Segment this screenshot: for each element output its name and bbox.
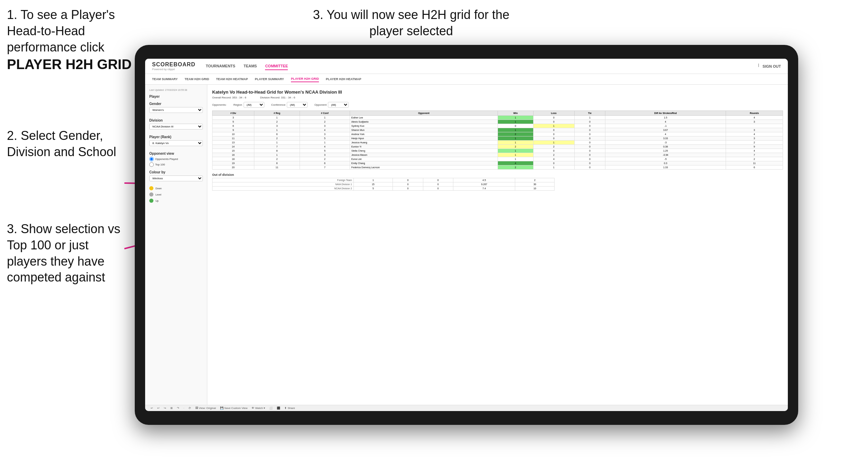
nav-item-tournaments[interactable]: TOURNAMENTS <box>206 63 235 70</box>
grid-filters: Opponents: Region (All) Conference (All) <box>212 102 783 108</box>
overall-record: Overall Record: 353 - 34 - 6 <box>212 96 246 99</box>
colour-label-down: Down <box>155 187 162 190</box>
colour-level: Level <box>149 192 203 197</box>
region-select[interactable]: (All) <box>244 102 264 108</box>
sidebar-player-rank-label: Player (Rank) <box>149 135 203 139</box>
colour-dot-up <box>149 199 153 203</box>
table-row: 5 2 2 Alexis Sudjianto 1 0 0 4 3 <box>213 120 783 124</box>
col-rounds: Rounds <box>726 111 783 116</box>
toolbar-share[interactable]: ⬆ Share <box>284 407 295 410</box>
radio-top100[interactable]: Top 100 <box>149 162 203 167</box>
sidebar-division-label: Division <box>149 118 203 122</box>
col-conf: # Conf <box>300 111 350 116</box>
sub-nav-player-h2h-heatmap[interactable]: PLAYER H2H HEATMAP <box>326 76 361 82</box>
table-row: 9 1 4 Sharon Mun 1 0 0 3.67 3 <box>213 128 783 132</box>
filter-opponents-label: Opponents: <box>212 103 226 106</box>
col-win: Win <box>498 111 533 116</box>
table-row: 20 11 7 Federica Domecq Lacroze 2 1 0 1.… <box>213 165 783 170</box>
logo-text: SCOREBOARD <box>152 61 196 68</box>
out-of-division-row: NCAA Division 2 5 0 0 7.4 10 <box>213 187 555 191</box>
nav-item-teams[interactable]: TEAMS <box>244 63 257 70</box>
col-div: # Div <box>213 111 254 116</box>
main-content: Last Updated: 27/03/2024 16:55:38 Player… <box>145 85 788 405</box>
tablet: SCOREBOARD Powered by clippd TOURNAMENTS… <box>135 45 798 425</box>
instruction-mid-left: 2. Select Gender, Division and School <box>7 128 124 160</box>
nav-right: | Sign out <box>758 63 781 70</box>
table-row: 10 6 3 Andrea York 2 0 0 4 4 <box>213 132 783 136</box>
sign-out-button[interactable]: Sign out <box>763 63 781 70</box>
sidebar-colour-label: Colour by <box>149 170 203 174</box>
h2h-table: # Div # Reg # Conf Opponent Win Loss Tie… <box>212 111 783 170</box>
table-row: 15 8 5 Stella Cheng 1 0 0 1.25 4 <box>213 149 783 153</box>
table-row: 18 2 2 Euna Lee 1 4 0 -5 2 <box>213 157 783 161</box>
sidebar-player-rank-select[interactable]: 8. Katelyn Vo <box>149 140 203 146</box>
colour-dot-down <box>149 186 153 190</box>
col-diff: Diff Av Strokes/Rnd <box>605 111 726 116</box>
col-loss: Loss <box>533 111 574 116</box>
logo-sub: Powered by clippd <box>152 68 196 71</box>
colour-label-up: Up <box>155 200 159 202</box>
instruction-top-left: 1. To see a Player's Head-to-Head perfor… <box>7 7 138 73</box>
colour-legend: Down Level Up <box>149 186 203 203</box>
grid-area: Katelyn Vo Head-to-Head Grid for Women's… <box>207 85 788 405</box>
sidebar-player-label: Player <box>149 95 203 98</box>
toolbar-save-custom-view[interactable]: 💾 Save Custom View <box>220 407 248 410</box>
sub-nav-team-h2h-grid[interactable]: TEAM H2H GRID <box>185 76 209 82</box>
table-row: 14 7 4 Eunice Yi 2 2 0 0.38 9 <box>213 145 783 149</box>
col-reg: # Reg <box>254 111 300 116</box>
filter-conference: Conference (All) <box>271 102 308 108</box>
colour-down: Down <box>149 186 203 190</box>
sidebar-colour-select[interactable]: Win/loss <box>149 175 203 181</box>
sidebar-timestamp: Last Updated: 27/03/2024 16:55:38 <box>149 89 203 91</box>
nav-bar: SCOREBOARD Powered by clippd TOURNAMENTS… <box>145 59 788 74</box>
radio-opponents-played[interactable]: Opponents Played <box>149 157 203 161</box>
toolbar-clock[interactable]: ⏱ <box>188 407 191 410</box>
division-record: Division Record: 331 - 34 - 6 <box>260 96 295 99</box>
filter-opponent: Opponent (All) <box>314 102 349 108</box>
colour-label-level: Level <box>155 193 161 196</box>
toolbar-redo[interactable]: ↪ <box>164 407 166 410</box>
instruction-bottom-left: 3. Show selection vs Top 100 or just pla… <box>7 221 124 286</box>
sub-nav: TEAM SUMMARY TEAM H2H GRID TEAM H2H HEAT… <box>145 74 788 85</box>
out-of-division-row: Foreign Team 1 0 0 4.5 2 <box>213 178 555 182</box>
toolbar-view-original[interactable]: 🖼 View: Original <box>195 407 216 410</box>
toolbar-watch[interactable]: 👁 Watch ▾ <box>252 407 265 410</box>
table-row: 6 3 3 Sydney Kuo 0 1 0 -1 <box>213 124 783 128</box>
colour-dot-level <box>149 192 153 197</box>
out-of-division-table: Foreign Team 1 0 0 4.5 2 NAIA Division 1… <box>212 178 555 191</box>
toolbar-box1[interactable]: ⬜ <box>269 407 273 410</box>
toolbar-grid[interactable]: ⊞ <box>170 407 173 410</box>
sub-nav-player-h2h-grid[interactable]: PLAYER H2H GRID <box>291 76 319 82</box>
instruction-top-right: 3. You will now see H2H grid for the pla… <box>311 7 511 39</box>
logo-area: SCOREBOARD Powered by clippd <box>152 61 196 71</box>
sidebar-gender-select[interactable]: Women's Men's <box>149 107 203 113</box>
toolbar-undo[interactable]: ↩ <box>151 407 153 410</box>
sidebar: Last Updated: 27/03/2024 16:55:38 Player… <box>145 85 207 405</box>
sidebar-division-select[interactable]: NCAA Division III NCAA Division I NCAA D… <box>149 124 203 130</box>
grid-title: Katelyn Vo Head-to-Head Grid for Women's… <box>212 89 783 95</box>
sidebar-radio-group: Opponents Played Top 100 <box>149 157 203 167</box>
out-of-division-row: NAIA Division 1 15 0 0 9.267 30 <box>213 182 555 187</box>
table-row: 3 1 1 Esther Lee 1 0 1 1.5 4 <box>213 116 783 120</box>
table-row: 19 6 6 Emily Chang 4 0 0 0.3 11 <box>213 161 783 165</box>
sidebar-opponent-view-label: Opponent view <box>149 152 203 155</box>
sub-nav-player-summary[interactable]: PLAYER SUMMARY <box>255 76 284 82</box>
bottom-toolbar: ↩ ↩ ↪ ⊞ ↷ · ⏱ 🖼 View: Original 💾 Save Cu… <box>145 405 788 411</box>
sub-nav-team-summary[interactable]: TEAM SUMMARY <box>152 76 178 82</box>
col-tie: Tie <box>574 111 605 116</box>
conference-select[interactable]: (All) <box>287 102 308 108</box>
toolbar-refresh[interactable]: ↷ <box>177 407 179 410</box>
nav-pipe: | <box>758 63 759 70</box>
sub-nav-team-h2h-heatmap[interactable]: TEAM H2H HEATMAP <box>216 76 248 82</box>
col-opponent: Opponent <box>350 111 498 116</box>
table-row: 16 1 3 Jessica Mason 1 2 0 -0.94 7 <box>213 153 783 157</box>
nav-item-committee[interactable]: COMMITTEE <box>265 63 288 70</box>
table-row: 11 2 5 Heejo Hyun 1 0 0 3.33 3 <box>213 136 783 141</box>
table-row: 13 1 1 Jessica Huang 1 1 0 -3 2 <box>213 141 783 145</box>
toolbar-box2[interactable]: ⬛ <box>277 407 280 410</box>
toolbar-undo2[interactable]: ↩ <box>157 407 160 410</box>
nav-items: TOURNAMENTS TEAMS COMMITTEE <box>206 63 748 70</box>
opponent-select[interactable]: (All) <box>328 102 349 108</box>
sidebar-gender-label: Gender <box>149 102 203 106</box>
toolbar-dot: · <box>183 407 184 410</box>
